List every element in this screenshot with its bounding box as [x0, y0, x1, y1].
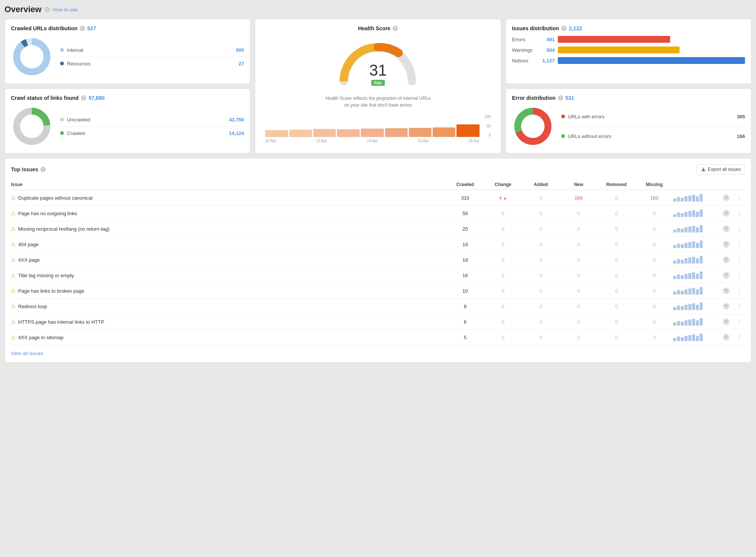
health-score-info-icon[interactable]: ?	[393, 26, 398, 31]
table-header-row: Issue Crawled Change Added New Removed M…	[11, 180, 745, 190]
mini-bar-chart	[673, 225, 719, 233]
mini-bars-cell	[673, 334, 719, 341]
more-options-icon[interactable]: ⋮	[734, 287, 745, 295]
row-help-icon[interactable]: ?	[723, 225, 730, 232]
more-options-icon[interactable]: ⋮	[734, 318, 745, 326]
removed-cell: 0	[598, 335, 635, 340]
removed-cell: 0	[598, 226, 635, 232]
resources-dot	[60, 62, 64, 65]
issue-name: ⚠ 4XX page	[11, 257, 446, 263]
health-bar	[433, 127, 455, 137]
errors-dot	[561, 115, 565, 118]
more-options-icon[interactable]: ⋮	[734, 241, 745, 248]
row-help-icon[interactable]: ?	[723, 272, 730, 279]
table-row: ⚠ HTTPS page has internal links to HTTP …	[11, 314, 745, 330]
new-cell: 0	[560, 335, 598, 340]
removed-cell: 0	[598, 319, 635, 325]
table-row: ⚠ 404 page 18 0 0 0 0 0 ? ⋮	[11, 237, 745, 252]
added-cell: 0	[522, 242, 560, 247]
table-row: ⚠ Title tag missing or empty 16 0 0 0 0 …	[11, 268, 745, 283]
table-row: ⚠ Page has links to broken page 10 0 0 0…	[11, 283, 745, 299]
resources-label: Resources	[67, 61, 236, 67]
crawled-value: 14,124	[229, 130, 244, 136]
more-options-icon[interactable]: ⋮	[734, 256, 745, 264]
row-help-icon[interactable]: ?	[723, 287, 730, 294]
crawled-label: Crawled	[67, 130, 226, 136]
help-cell: ?	[719, 194, 734, 201]
warning-icon: ⚠	[11, 272, 16, 278]
row-help-icon[interactable]: ?	[723, 241, 730, 248]
more-options-icon[interactable]: ⋮	[734, 210, 745, 217]
issue-name: ⚠ Missing reciprocal hreflang (no return…	[11, 226, 446, 232]
row-help-icon[interactable]: ?	[723, 194, 730, 201]
crawled-urls-info-icon[interactable]: ?	[80, 26, 85, 31]
errors-label: URLs with errors	[568, 114, 731, 119]
mini-bars-cell	[673, 318, 719, 326]
how-to-use-link[interactable]: How to use	[53, 7, 78, 12]
new-cell: 0	[560, 242, 598, 247]
issues-dist-card: Issues distribution ? 2,122 Errors 491 W…	[506, 19, 751, 84]
top-grid: Crawled URLs distribution ? 527	[5, 19, 751, 154]
table-row: ⚠ Missing reciprocal hreflang (no return…	[11, 221, 745, 237]
crawled-dot	[60, 131, 64, 135]
row-help-icon[interactable]: ?	[723, 334, 730, 341]
view-all-link[interactable]: View all issues	[11, 351, 43, 356]
crawled-cell: 20	[446, 226, 484, 232]
uncrawled-dot	[60, 118, 64, 121]
internal-dot	[60, 48, 64, 52]
row-help-icon[interactable]: ?	[723, 210, 730, 217]
errors-value: 365	[737, 114, 745, 119]
top-issues-info-icon[interactable]: ?	[40, 167, 46, 172]
issue-name: ⚠ Duplicate pages without canonical	[11, 195, 446, 201]
new-cell: 0	[560, 304, 598, 309]
crawled-urls-legend: Internal 500 Resources 27	[60, 47, 244, 67]
help-cell: ?	[719, 334, 734, 341]
no-errors-value: 166	[737, 133, 745, 139]
crawled-urls-title: Crawled URLs distribution ? 527	[11, 25, 244, 31]
row-help-icon[interactable]: ?	[723, 318, 730, 325]
crawl-status-total: 57,880	[88, 95, 105, 101]
health-score-card: Health Score ? 31 Fair Health Scor	[255, 19, 501, 154]
bar-xlabel: 18 Apr	[469, 139, 480, 143]
help-cell: ?	[719, 303, 734, 310]
missing-cell: 0	[635, 335, 673, 340]
error-dist-card: Error distribution ? 531 URLs with error…	[506, 88, 751, 154]
crawled-cell: 10	[446, 288, 484, 294]
crawled-legend-item: Crawled 14,124	[60, 130, 244, 136]
overview-info-icon[interactable]: ?	[45, 7, 50, 12]
error-dist-info-icon[interactable]: ?	[558, 95, 563, 101]
svg-point-9	[522, 116, 543, 137]
error-dist-donut-container: URLs with errors 365 URLs without errors…	[512, 106, 745, 147]
more-options-icon[interactable]: ⋮	[734, 303, 745, 310]
export-button[interactable]: Export all issues	[697, 164, 745, 174]
mini-bar-chart	[673, 272, 719, 279]
issue-name: ⚠ HTTPS page has internal links to HTTP	[11, 319, 446, 325]
more-options-icon[interactable]: ⋮	[734, 334, 745, 341]
issues-dist-total: 2,122	[569, 25, 582, 31]
crawled-urls-card: Crawled URLs distribution ? 527	[5, 19, 250, 84]
col-new: New	[560, 182, 598, 187]
health-bar	[409, 128, 432, 137]
mini-bars-cell	[673, 256, 719, 264]
warning-icon: ⚠	[11, 319, 16, 325]
more-options-icon[interactable]: ⋮	[734, 225, 745, 233]
issues-dist-info-icon[interactable]: ?	[561, 26, 567, 31]
page-title: Overview	[5, 5, 42, 14]
row-help-icon[interactable]: ?	[723, 256, 730, 263]
help-cell: ?	[719, 225, 734, 232]
issues-dist-row: Errors 491	[512, 36, 745, 43]
health-bar	[385, 128, 408, 137]
mini-bar-chart	[673, 287, 719, 295]
new-cell: 0	[560, 288, 598, 294]
export-icon	[701, 167, 706, 172]
more-options-icon[interactable]: ⋮	[734, 272, 745, 279]
mini-bars-cell	[673, 303, 719, 310]
more-options-icon[interactable]: ⋮	[734, 194, 745, 202]
mini-bars-cell	[673, 287, 719, 295]
crawl-status-info-icon[interactable]: ?	[81, 95, 86, 101]
bar-xlabel: 16 Apr	[418, 139, 428, 143]
added-cell: 0	[522, 195, 560, 201]
table-row: ⚠ Page has no outgoing links 56 0 0 0 0 …	[11, 206, 745, 221]
row-help-icon[interactable]: ?	[723, 303, 730, 310]
missing-cell: 0	[635, 226, 673, 232]
